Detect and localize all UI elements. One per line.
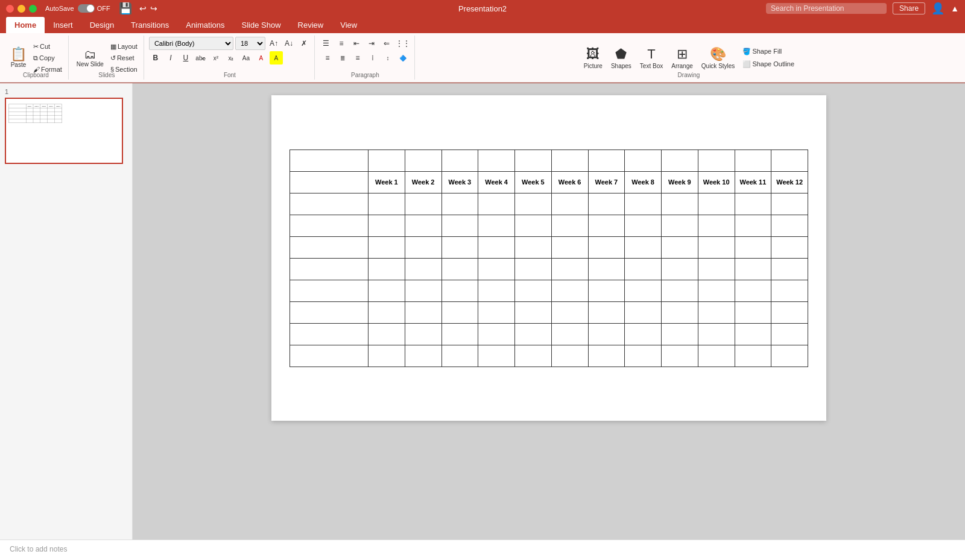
table-cell[interactable] xyxy=(771,323,808,345)
table-cell[interactable] xyxy=(478,258,515,280)
bullets-button[interactable]: ☰ xyxy=(320,37,333,50)
table-cell[interactable] xyxy=(662,236,698,258)
table-cell[interactable] xyxy=(290,323,369,345)
table-cell[interactable] xyxy=(515,258,552,280)
table-cell[interactable] xyxy=(771,236,808,258)
quick-styles-button[interactable]: 🎨 Quick Styles xyxy=(698,45,738,71)
table-cell[interactable] xyxy=(625,193,662,215)
tab-home[interactable]: Home xyxy=(6,17,45,33)
table-cell[interactable] xyxy=(551,193,588,215)
table-cell[interactable] xyxy=(551,280,588,301)
search-input[interactable] xyxy=(766,3,887,14)
table-cell[interactable] xyxy=(405,149,441,171)
table-cell[interactable] xyxy=(405,236,441,258)
notes-area[interactable]: Click to add notes xyxy=(0,540,965,560)
table-cell[interactable] xyxy=(290,193,369,215)
shape-outline-button[interactable]: ⬜ Shape Outline xyxy=(740,59,797,69)
new-slide-button[interactable]: 🗂 New Slide xyxy=(74,46,107,69)
increase-indent-button[interactable]: ⇥ xyxy=(365,37,378,50)
table-cell[interactable] xyxy=(478,345,515,367)
table-cell[interactable] xyxy=(735,301,771,323)
table-cell[interactable] xyxy=(625,258,662,280)
table-cell[interactable] xyxy=(441,236,478,258)
highlight-button[interactable]: A xyxy=(270,51,283,64)
table-cell[interactable] xyxy=(369,323,405,345)
table-cell[interactable] xyxy=(662,301,698,323)
font-color-button[interactable]: A xyxy=(255,51,268,64)
table-cell[interactable] xyxy=(662,215,698,236)
slide-table[interactable]: Week 1 Week 2 Week 3 Week 4 Week 5 Week … xyxy=(290,149,808,367)
textbox-button[interactable]: T Text Box xyxy=(637,45,666,71)
table-cell[interactable] xyxy=(405,280,441,301)
table-cell[interactable] xyxy=(735,258,771,280)
table-cell[interactable] xyxy=(625,345,662,367)
save-icon[interactable]: 💾 xyxy=(119,2,132,15)
copy-button[interactable]: ⧉ Copy xyxy=(31,53,65,63)
tab-view[interactable]: View xyxy=(332,17,365,33)
share-button[interactable]: Share xyxy=(893,2,925,14)
table-cell[interactable] xyxy=(735,345,771,367)
table-cell[interactable] xyxy=(551,236,588,258)
table-header-cell[interactable]: Week 12 xyxy=(771,171,808,193)
table-cell[interactable] xyxy=(662,345,698,367)
table-cell[interactable] xyxy=(735,149,771,171)
clear-format-button[interactable]: ✗ xyxy=(297,37,311,50)
table-cell[interactable] xyxy=(290,301,369,323)
table-cell[interactable] xyxy=(698,258,735,280)
table-cell[interactable] xyxy=(405,258,441,280)
table-cell[interactable] xyxy=(369,280,405,301)
font-shrink-button[interactable]: A↓ xyxy=(282,37,296,50)
table-cell[interactable] xyxy=(478,215,515,236)
table-cell[interactable] xyxy=(771,301,808,323)
table-cell[interactable] xyxy=(588,236,625,258)
table-cell[interactable] xyxy=(515,236,552,258)
minimize-button[interactable] xyxy=(17,5,25,13)
shapes-button[interactable]: ⬟ Shapes xyxy=(608,45,634,71)
table-cell[interactable] xyxy=(625,280,662,301)
subscript-button[interactable]: x₂ xyxy=(224,51,238,64)
font-size-select[interactable]: 18 xyxy=(235,37,265,50)
table-cell[interactable] xyxy=(405,301,441,323)
account-icon[interactable]: 👤 xyxy=(931,2,944,15)
align-center-button[interactable]: ≣ xyxy=(336,51,349,64)
table-cell[interactable] xyxy=(478,149,515,171)
table-header-cell[interactable]: Week 8 xyxy=(625,171,662,193)
table-cell[interactable] xyxy=(515,149,552,171)
tab-review[interactable]: Review xyxy=(290,17,332,33)
table-cell[interactable] xyxy=(441,215,478,236)
table-cell[interactable] xyxy=(735,215,771,236)
tab-insert[interactable]: Insert xyxy=(45,17,81,33)
table-cell[interactable] xyxy=(698,345,735,367)
table-cell[interactable] xyxy=(515,193,552,215)
table-cell[interactable] xyxy=(478,193,515,215)
table-cell[interactable] xyxy=(515,215,552,236)
table-cell[interactable] xyxy=(588,193,625,215)
table-cell[interactable] xyxy=(369,193,405,215)
table-cell[interactable] xyxy=(771,258,808,280)
table-cell[interactable] xyxy=(625,236,662,258)
table-cell[interactable] xyxy=(662,323,698,345)
canvas-area[interactable]: Week 1 Week 2 Week 3 Week 4 Week 5 Week … xyxy=(133,83,965,540)
table-cell[interactable] xyxy=(290,258,369,280)
table-cell[interactable] xyxy=(551,301,588,323)
table-cell[interactable] xyxy=(551,149,588,171)
undo-icon[interactable]: ↩ xyxy=(139,4,147,13)
table-cell[interactable] xyxy=(698,215,735,236)
tab-animations[interactable]: Animations xyxy=(177,17,233,33)
tab-slideshow[interactable]: Slide Show xyxy=(233,17,290,33)
table-cell[interactable] xyxy=(771,149,808,171)
table-cell[interactable] xyxy=(290,280,369,301)
table-cell[interactable] xyxy=(290,215,369,236)
table-header-cell[interactable]: Week 3 xyxy=(441,171,478,193)
table-cell[interactable] xyxy=(515,301,552,323)
table-cell[interactable] xyxy=(478,301,515,323)
table-cell[interactable] xyxy=(698,280,735,301)
font-family-select[interactable]: Calibri (Body) xyxy=(149,37,233,50)
table-cell[interactable] xyxy=(771,280,808,301)
table-cell[interactable] xyxy=(405,323,441,345)
table-cell[interactable] xyxy=(290,236,369,258)
font-grow-button[interactable]: A↑ xyxy=(267,37,280,50)
table-cell[interactable] xyxy=(369,345,405,367)
table-cell[interactable] xyxy=(551,215,588,236)
font-case-button[interactable]: Aa xyxy=(239,51,253,64)
